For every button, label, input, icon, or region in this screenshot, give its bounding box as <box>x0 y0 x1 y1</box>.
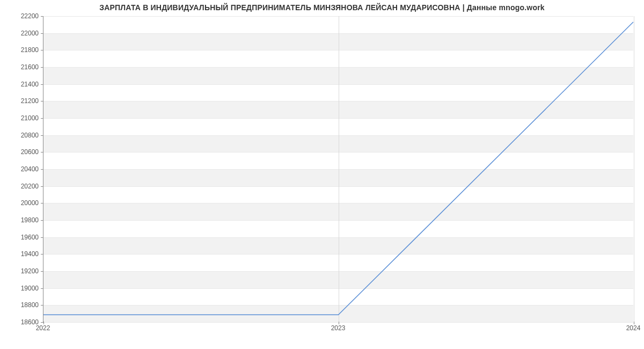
series-line <box>43 22 633 315</box>
y-tick-label: 21200 <box>0 97 39 105</box>
y-tick-label: 19000 <box>0 285 39 292</box>
y-tick-label: 20600 <box>0 148 39 156</box>
chart-container: ЗАРПЛАТА В ИНДИВИДУАЛЬНЫЙ ПРЕДПРИНИМАТЕЛ… <box>0 0 644 349</box>
y-tick-label: 19800 <box>0 216 39 224</box>
y-tick-label: 19400 <box>0 250 39 258</box>
y-tick-label: 20400 <box>0 165 39 173</box>
y-tick-label: 22000 <box>0 30 39 37</box>
line-series <box>43 16 633 322</box>
x-tick-label: 2022 <box>36 324 50 332</box>
y-tick-label: 19600 <box>0 234 39 241</box>
plot-area <box>43 16 633 322</box>
chart-title: ЗАРПЛАТА В ИНДИВИДУАЛЬНЫЙ ПРЕДПРИНИМАТЕЛ… <box>0 3 644 12</box>
x-tick-label: 2024 <box>626 324 641 332</box>
y-tick-label: 21800 <box>0 46 39 54</box>
y-tick-label: 20200 <box>0 183 39 190</box>
y-tick-label: 20000 <box>0 199 39 207</box>
y-tick-label: 21600 <box>0 63 39 71</box>
x-tick-label: 2023 <box>331 324 346 332</box>
x-gridline <box>634 16 634 322</box>
y-tick-label: 18800 <box>0 301 39 309</box>
y-tick-label: 18600 <box>0 318 39 326</box>
y-tick-label: 21000 <box>0 114 39 122</box>
y-tick-label: 20800 <box>0 132 39 139</box>
y-tick-label: 19200 <box>0 267 39 275</box>
y-tick-label: 22200 <box>0 12 39 20</box>
y-tick-label: 21400 <box>0 81 39 88</box>
